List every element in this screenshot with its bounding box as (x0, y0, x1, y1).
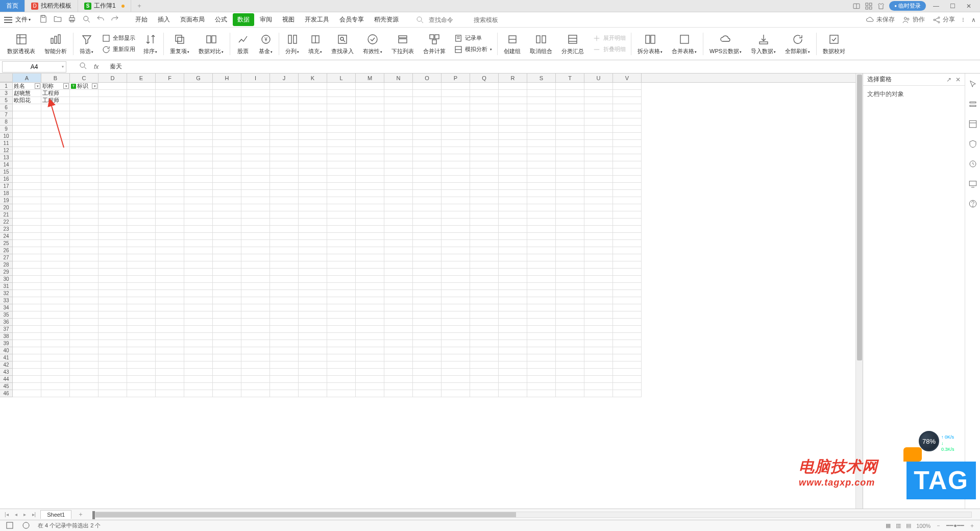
cell[interactable] (70, 290, 99, 297)
cell[interactable] (184, 383, 213, 390)
cell[interactable] (584, 326, 613, 333)
cell[interactable] (184, 140, 213, 147)
cell[interactable] (413, 219, 442, 226)
cell[interactable] (442, 226, 470, 233)
cell[interactable] (156, 183, 184, 190)
row-header[interactable]: 10 (0, 133, 13, 140)
row-header[interactable]: 38 (0, 333, 13, 340)
cell[interactable] (413, 361, 442, 369)
fill-button[interactable]: 填充▾ (304, 33, 326, 55)
cell[interactable] (270, 233, 299, 240)
cell[interactable] (156, 168, 184, 176)
fx-label[interactable]: fx (94, 63, 99, 70)
cell[interactable] (241, 340, 270, 347)
cell[interactable] (156, 111, 184, 118)
cell[interactable] (70, 369, 99, 376)
vscroll-thumb[interactable] (857, 75, 862, 360)
cell[interactable] (327, 97, 356, 104)
cell[interactable] (499, 90, 527, 97)
cell[interactable] (384, 83, 413, 90)
cell[interactable] (241, 297, 270, 304)
cell[interactable] (156, 340, 184, 347)
split-column-button[interactable]: 分列▾ (281, 33, 303, 55)
row-header[interactable]: 14 (0, 161, 13, 168)
cell[interactable] (13, 333, 41, 340)
cell[interactable] (13, 133, 41, 140)
cell[interactable] (299, 297, 327, 304)
cell[interactable] (556, 161, 584, 168)
cell[interactable] (99, 211, 127, 219)
cell[interactable] (99, 133, 127, 140)
cell[interactable] (527, 354, 556, 361)
col-header[interactable]: L (327, 74, 356, 82)
row-header[interactable]: 26 (0, 247, 13, 254)
cell[interactable] (13, 376, 41, 383)
cell[interactable] (213, 111, 241, 118)
cell[interactable] (527, 283, 556, 290)
cell[interactable] (99, 361, 127, 369)
cell[interactable] (470, 240, 499, 247)
cell[interactable] (442, 311, 470, 319)
cell[interactable] (270, 369, 299, 376)
cell[interactable] (99, 83, 127, 90)
cell[interactable] (327, 254, 356, 261)
cell[interactable] (184, 276, 213, 283)
cell[interactable] (241, 326, 270, 333)
cell[interactable] (41, 261, 70, 269)
cell[interactable] (584, 126, 613, 133)
cell[interactable] (384, 211, 413, 219)
cell[interactable] (156, 383, 184, 390)
cell[interactable] (527, 333, 556, 340)
cell[interactable] (356, 283, 384, 290)
col-header[interactable]: I (241, 74, 270, 82)
cell[interactable] (499, 176, 527, 183)
cell[interactable] (499, 168, 527, 176)
cell[interactable] (99, 97, 127, 104)
cell[interactable] (156, 104, 184, 111)
cell[interactable] (41, 269, 70, 276)
cell[interactable] (41, 168, 70, 176)
cell[interactable] (470, 140, 499, 147)
cell[interactable] (327, 319, 356, 326)
cell[interactable] (384, 347, 413, 354)
login-button[interactable]: 临时登录 (889, 1, 926, 11)
cell[interactable] (13, 168, 41, 176)
cell[interactable] (442, 340, 470, 347)
cell[interactable] (527, 261, 556, 269)
cell[interactable] (613, 118, 642, 126)
duplicates-button[interactable]: 重复项▾ (166, 33, 193, 55)
cell[interactable] (127, 347, 156, 354)
cell[interactable] (556, 118, 584, 126)
cell[interactable] (184, 97, 213, 104)
cell[interactable] (556, 211, 584, 219)
data-compare-button[interactable]: 数据对比▾ (194, 33, 228, 55)
cell[interactable] (184, 211, 213, 219)
cell[interactable] (213, 197, 241, 204)
cell[interactable] (613, 276, 642, 283)
cell[interactable] (270, 283, 299, 290)
cell[interactable] (499, 340, 527, 347)
cell[interactable] (184, 204, 213, 211)
row-header[interactable]: 12 (0, 147, 13, 154)
row-header[interactable]: 27 (0, 254, 13, 261)
cell[interactable] (413, 261, 442, 269)
row-header[interactable]: 35 (0, 311, 13, 319)
cell[interactable] (556, 390, 584, 397)
cell[interactable] (584, 376, 613, 383)
cell[interactable] (327, 297, 356, 304)
cell[interactable] (556, 254, 584, 261)
cell[interactable] (241, 90, 270, 97)
cell[interactable] (99, 333, 127, 340)
cell[interactable] (270, 147, 299, 154)
cell[interactable] (442, 240, 470, 247)
cell[interactable] (213, 276, 241, 283)
cell[interactable] (184, 290, 213, 297)
cell[interactable] (270, 269, 299, 276)
cell[interactable] (527, 133, 556, 140)
maximize-button[interactable]: ☐ (946, 1, 959, 11)
cell[interactable] (499, 369, 527, 376)
cell[interactable] (613, 340, 642, 347)
row-header[interactable]: 20 (0, 204, 13, 211)
cell[interactable] (127, 276, 156, 283)
cell[interactable] (41, 133, 70, 140)
